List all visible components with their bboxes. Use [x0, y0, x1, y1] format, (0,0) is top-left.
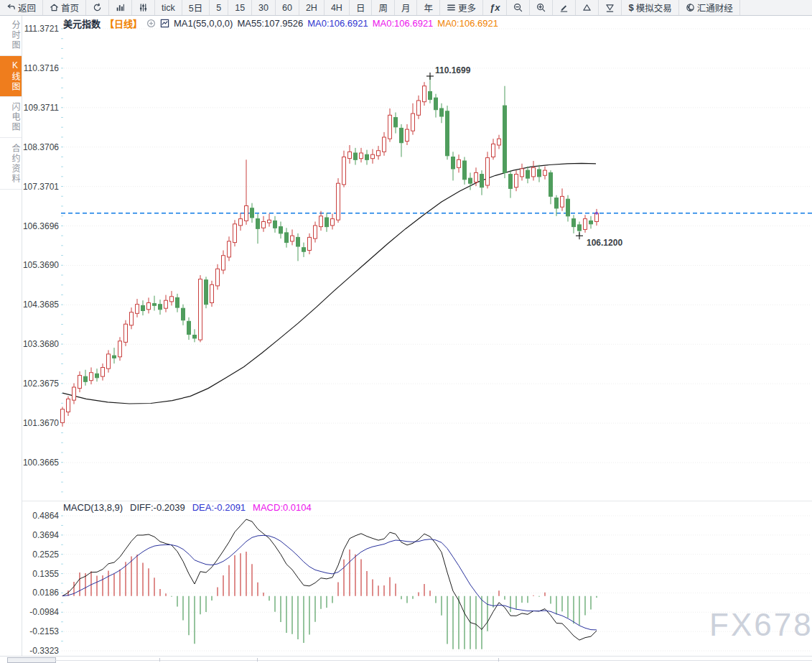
- ma0-blue-value: MA0:106.6921: [307, 18, 368, 29]
- indicator-chart-icon[interactable]: [160, 19, 169, 28]
- toolbar-period-30-button[interactable]: 30: [252, 0, 276, 15]
- zoom-in-icon: [536, 3, 546, 12]
- scrollbar-tick: [257, 658, 258, 662]
- toolbar-demo-trade-label: 模拟交易: [636, 1, 672, 14]
- toolbar-more-button[interactable]: 更多: [440, 0, 483, 15]
- tri-down-icon: [605, 3, 615, 12]
- ma55-value: MA55:107.9526: [237, 18, 303, 29]
- sliders-icon: [139, 3, 148, 12]
- globe-icon: [686, 3, 695, 12]
- toolbar-refresh-button[interactable]: [86, 0, 109, 15]
- back-icon: [6, 3, 16, 12]
- period-label: 【日线】: [105, 17, 142, 30]
- svg-text:107.3701: 107.3701: [23, 182, 59, 192]
- toolbar-period-day-button[interactable]: 日: [350, 0, 373, 15]
- svg-text:-0.2153: -0.2153: [29, 626, 59, 636]
- toolbar-tick-button[interactable]: tick: [155, 0, 182, 15]
- pencil-icon: [559, 3, 569, 12]
- add-indicator-icon[interactable]: [146, 19, 156, 28]
- toolbar-zoom-out-button[interactable]: [507, 0, 530, 15]
- bar-chart-icon: [116, 3, 125, 12]
- toolbar-tick-label: tick: [162, 3, 175, 13]
- toolbar-triangle-down-button[interactable]: [599, 0, 622, 15]
- toolbar-period-2h-label: 2H: [306, 3, 317, 13]
- svg-text:-0.3323: -0.3323: [29, 646, 59, 656]
- toolbar-zoom-in-button[interactable]: [530, 0, 553, 15]
- svg-text:100.3665: 100.3665: [23, 458, 59, 468]
- ma0-magenta-value: MA0:106.6921: [373, 18, 434, 29]
- ma-params-label: MA1(55,0,0,0): [174, 18, 233, 29]
- toolbar-period-15-label: 15: [235, 3, 245, 13]
- toolbar-period-5d-button[interactable]: 5日: [182, 0, 210, 15]
- toolbar-period-4h-button[interactable]: 4H: [325, 0, 350, 15]
- dea-value: DEA:-0.2091: [192, 502, 246, 513]
- sidebar-tab-time-chart[interactable]: 分时图: [0, 15, 22, 56]
- toolbar-period-30-label: 30: [258, 3, 269, 13]
- zoom-out-icon: [513, 3, 523, 12]
- diff-value: DIFF:-0.2039: [130, 502, 185, 513]
- svg-text:103.3680: 103.3680: [23, 339, 59, 349]
- sidebar-tab-kline-chart[interactable]: K线图: [0, 56, 22, 97]
- toolbar: 返回首页tick5日51530602H4H日周月年更多ƒx$模拟交易汇通财经: [0, 0, 812, 16]
- svg-text:0.2525: 0.2525: [32, 550, 59, 560]
- toolbar-period-year-label: 年: [424, 1, 433, 14]
- svg-text:110.1699: 110.1699: [435, 65, 471, 75]
- svg-text:0.3694: 0.3694: [32, 530, 59, 540]
- svg-text:101.3670: 101.3670: [23, 418, 59, 428]
- toolbar-period-15-button[interactable]: 15: [228, 0, 252, 15]
- toolbar-draw-button[interactable]: [553, 0, 576, 15]
- toolbar-period-2h-button[interactable]: 2H: [299, 0, 325, 15]
- toolbar-formula-button[interactable]: ƒx: [483, 0, 507, 15]
- scrollbar-track: [55, 660, 812, 661]
- toolbar-fx678-site-button[interactable]: 汇通财经: [679, 0, 740, 15]
- time-scrollbar[interactable]: [0, 656, 812, 663]
- toolbar-period-month-button[interactable]: 月: [395, 0, 418, 15]
- svg-text:102.3675: 102.3675: [23, 379, 59, 389]
- scrollbar-tick: [498, 658, 499, 662]
- svg-text:108.3706: 108.3706: [23, 142, 59, 152]
- svg-text:0.4864: 0.4864: [32, 511, 59, 521]
- fx-icon: ƒx: [490, 2, 500, 13]
- toolbar-demo-trade-button[interactable]: $模拟交易: [622, 0, 678, 15]
- toolbar-more-label: 更多: [458, 1, 476, 14]
- toolbar-period-60-button[interactable]: 60: [276, 0, 299, 15]
- toolbar-home-label: 首页: [61, 1, 79, 14]
- price-chart-canvas[interactable]: 111.3721110.3716109.3711108.3706107.3701…: [0, 0, 812, 663]
- svg-text:106.1200: 106.1200: [587, 238, 622, 248]
- sidebar: 分时图K线图闪电图合约资料: [0, 15, 22, 663]
- toolbar-period-4h-label: 4H: [331, 3, 342, 13]
- toolbar-period-day-label: 日: [356, 1, 365, 14]
- symbol-name: 美元指数: [63, 17, 101, 30]
- chart-header: 美元指数 【日线】 MA1(55,0,0,0) MA55:107.9526 MA…: [63, 17, 498, 30]
- home-icon: [50, 3, 59, 12]
- sidebar-tab-contract-info[interactable]: 合约资料: [0, 138, 22, 190]
- pane-divider: [22, 501, 812, 501]
- toolbar-home-button[interactable]: 首页: [43, 0, 86, 15]
- svg-text:106.3696: 106.3696: [23, 221, 59, 231]
- toolbar-back-button[interactable]: 返回: [0, 0, 43, 15]
- toolbar-period-5d-label: 5日: [189, 1, 202, 14]
- sidebar-tab-lightning-chart[interactable]: 闪电图: [0, 97, 22, 138]
- toolbar-indicator-settings-button[interactable]: [132, 0, 155, 15]
- tri-up-icon: [582, 3, 592, 12]
- svg-text:110.3716: 110.3716: [24, 63, 59, 73]
- watermark: FX678: [709, 607, 812, 643]
- toolbar-period-60-label: 60: [282, 3, 292, 13]
- svg-text:105.3690: 105.3690: [23, 260, 59, 270]
- refresh-icon: [93, 3, 102, 12]
- toolbar-period-week-button[interactable]: 周: [372, 0, 395, 15]
- more-icon: [447, 3, 456, 12]
- scrollbar-handle[interactable]: [7, 657, 56, 663]
- svg-text:109.3711: 109.3711: [24, 103, 59, 113]
- svg-text:0.0186: 0.0186: [32, 588, 59, 598]
- toolbar-period-5-label: 5: [216, 3, 221, 13]
- ma0-orange-value: MA0:106.6921: [437, 18, 498, 29]
- scrollbar-tick: [159, 658, 160, 662]
- svg-text:0.1355: 0.1355: [32, 569, 59, 579]
- toolbar-triangle-up-button[interactable]: [576, 0, 599, 15]
- toolbar-period-5-button[interactable]: 5: [210, 0, 228, 15]
- toolbar-fx678-site-label: 汇通财经: [697, 1, 733, 14]
- macd-header: MACD(13,8,9) DIFF:-0.2039 DEA:-0.2091 MA…: [63, 502, 312, 513]
- toolbar-period-year-button[interactable]: 年: [417, 0, 440, 15]
- toolbar-chart-type-button[interactable]: [109, 0, 132, 15]
